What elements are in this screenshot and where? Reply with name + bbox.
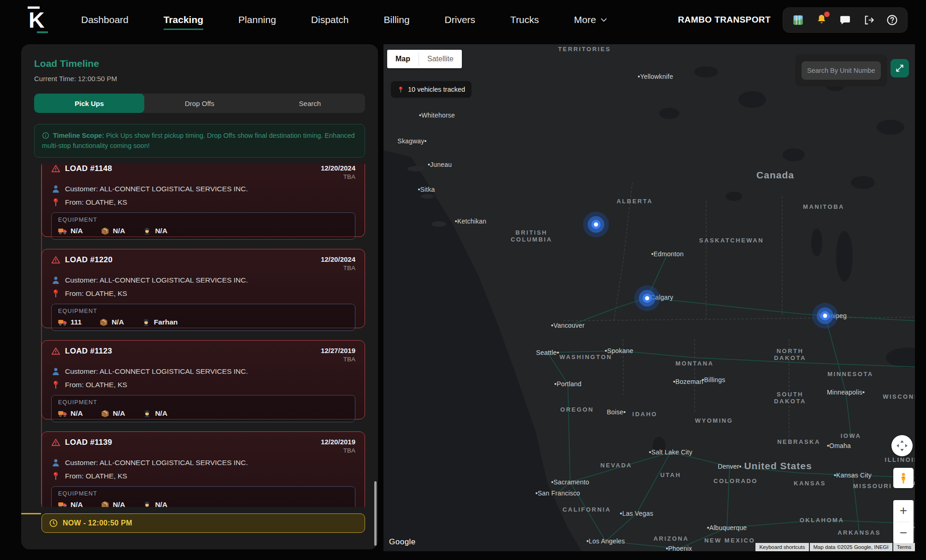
map-pan-control[interactable]	[891, 435, 913, 456]
map-zoom-control: + −	[893, 500, 914, 543]
map-attribution: Keyboard shortcuts Map data ©2025 Google…	[755, 543, 915, 551]
equipment-label: EQUIPMENT	[58, 490, 348, 497]
load-card[interactable]: LOAD #1220 12/20/2024TBA Customer: ALL-C…	[41, 249, 365, 328]
equipment-box: EQUIPMENT N/A N/A N/A	[51, 486, 355, 507]
equipment-box: EQUIPMENT N/A N/A N/A	[51, 212, 355, 240]
equipment-truck: 111	[71, 318, 82, 326]
timeline-scope-banner: Timeline Scope:Pick Ups show first picku…	[34, 124, 365, 158]
map-data-text: Map data ©2025 Google, INEGI	[810, 543, 892, 551]
customer-icon	[51, 367, 60, 376]
load-card[interactable]: LOAD #1148 12/20/2024TBA Customer: ALL-C…	[41, 164, 365, 237]
equipment-label: EQUIPMENT	[58, 308, 348, 314]
load-card[interactable]: LOAD #1139 12/20/2019TBA Customer: ALL-C…	[41, 431, 365, 507]
load-id: LOAD #1148	[65, 164, 112, 173]
equipment-box: EQUIPMENT N/A N/A N/A	[51, 395, 355, 422]
top-nav: K Dashboard Tracking Planning Dispatch B…	[0, 0, 926, 40]
nav-item-billing[interactable]: Billing	[384, 14, 410, 25]
notification-dot	[824, 12, 830, 17]
terms-link[interactable]: Terms	[893, 543, 915, 551]
logo-letter: K	[29, 7, 44, 33]
panel-title: Load Timeline	[34, 58, 365, 69]
map-icon[interactable]	[792, 14, 804, 26]
warning-icon	[51, 164, 60, 173]
unit-search-container	[795, 54, 887, 87]
current-time: Current Time: 12:00:50 PM	[34, 75, 365, 83]
package-icon	[100, 500, 110, 507]
now-banner-text: NOW - 12:00:50 PM	[63, 519, 132, 527]
tab-pick-ups[interactable]: Pick Ups	[34, 94, 144, 113]
load-from: From: OLATHE, KS	[65, 289, 127, 298]
app-logo[interactable]: K	[27, 6, 51, 33]
map-type-satellite[interactable]: Satellite	[419, 50, 462, 68]
nav-item-drivers[interactable]: Drivers	[445, 14, 476, 25]
nav-icon-group	[783, 7, 908, 33]
truck-icon	[58, 226, 67, 236]
driver-icon	[142, 409, 152, 418]
banner-title: Timeline Scope:	[53, 132, 104, 139]
load-list: LOAD #1148 12/20/2024TBA Customer: ALL-C…	[34, 164, 365, 507]
chat-icon[interactable]	[839, 14, 851, 26]
unit-search-input[interactable]	[802, 61, 881, 80]
tab-drop-offs[interactable]: Drop Offs	[144, 94, 254, 113]
equipment-trailer: N/A	[113, 227, 125, 235]
nav-right: RAMBO TRANSPORT	[678, 7, 908, 33]
nav-item-dashboard[interactable]: Dashboard	[81, 14, 129, 25]
package-icon	[99, 318, 108, 327]
truck-icon	[58, 409, 67, 418]
pin-icon	[51, 198, 60, 207]
nav-item-label: Planning	[238, 14, 276, 25]
load-date: 12/20/2024	[321, 255, 355, 263]
load-from: From: OLATHE, KS	[65, 472, 127, 480]
nav-item-trucks[interactable]: Trucks	[510, 14, 539, 25]
load-date: 12/20/2024	[321, 164, 355, 172]
pin-icon	[51, 289, 60, 298]
timeline-tabs: Pick Ups Drop Offs Search	[34, 94, 365, 113]
equipment-box: EQUIPMENT 111 N/A Farhan	[51, 304, 355, 331]
nav-links: Dashboard Tracking Planning Dispatch Bil…	[81, 14, 608, 25]
map-canvas[interactable]: TERRITORIES•Yellowknife•WhitehorseSkagwa…	[383, 44, 915, 551]
street-view-pegman[interactable]	[893, 468, 914, 488]
map-type-map[interactable]: Map	[387, 50, 419, 68]
equipment-driver: N/A	[155, 501, 167, 507]
panel-scrollbar[interactable]	[374, 481, 377, 546]
driver-icon	[142, 318, 151, 327]
nav-item-label: Billing	[384, 14, 410, 25]
nav-item-label: Drivers	[445, 14, 476, 25]
notifications-button[interactable]	[816, 13, 827, 27]
zoom-in-button[interactable]: +	[893, 500, 914, 522]
info-icon	[42, 132, 49, 139]
nav-item-more[interactable]: More	[574, 14, 608, 25]
nav-item-planning[interactable]: Planning	[238, 14, 276, 25]
equipment-truck: N/A	[71, 409, 83, 418]
customer-icon	[51, 276, 60, 285]
nav-item-tracking[interactable]: Tracking	[164, 14, 203, 25]
keyboard-shortcuts-link[interactable]: Keyboard shortcuts	[755, 543, 808, 551]
nav-item-dispatch[interactable]: Dispatch	[311, 14, 349, 25]
logout-icon[interactable]	[863, 14, 874, 26]
map-type-control: Map Satellite	[387, 50, 462, 68]
load-date: 12/27/2019	[321, 347, 355, 354]
nav-item-label: Tracking	[164, 14, 203, 25]
equipment-truck: N/A	[71, 501, 83, 507]
customer-icon	[51, 458, 60, 467]
help-icon[interactable]	[886, 14, 898, 26]
warning-icon	[51, 347, 60, 356]
company-name: RAMBO TRANSPORT	[678, 15, 771, 25]
load-card-header: LOAD #1139 12/20/2019TBA	[51, 438, 355, 454]
equipment-driver: N/A	[155, 409, 167, 418]
load-card-header: LOAD #1220 12/20/2024TBA	[51, 255, 355, 271]
expand-map-button[interactable]	[891, 59, 909, 77]
load-card-header: LOAD #1148 12/20/2024TBA	[51, 164, 355, 180]
nav-item-label: Trucks	[510, 14, 539, 25]
load-eta: TBA	[321, 173, 355, 180]
clock-icon	[49, 519, 58, 528]
equipment-driver: Farhan	[154, 318, 178, 326]
tab-search[interactable]: Search	[255, 94, 365, 113]
zoom-out-button[interactable]: −	[893, 522, 914, 544]
load-card[interactable]: LOAD #1123 12/27/2019TBA Customer: ALL-C…	[41, 340, 365, 419]
load-customer: Customer: ALL-CONNECT LOGISTICAL SERVICE…	[65, 276, 248, 284]
equipment-label: EQUIPMENT	[58, 217, 348, 223]
equipment-truck: N/A	[71, 227, 83, 235]
equipment-trailer: N/A	[113, 501, 125, 507]
truck-icon	[58, 318, 67, 327]
